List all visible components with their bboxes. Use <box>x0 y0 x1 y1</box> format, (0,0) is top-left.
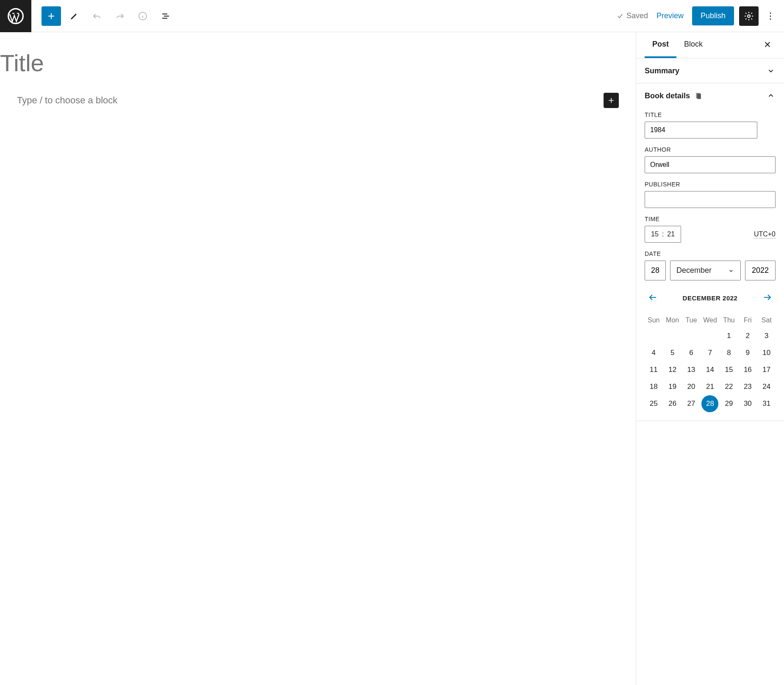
calendar-next-button[interactable] <box>760 291 774 305</box>
panel-summary: Summary <box>636 58 784 83</box>
calendar-day[interactable]: 15 <box>720 361 738 378</box>
check-icon <box>616 12 624 20</box>
calendar-day[interactable]: 6 <box>682 344 700 361</box>
calendar-day[interactable]: 28 <box>701 395 718 412</box>
calendar-month-label: DECEMBER 2022 <box>683 294 738 302</box>
publisher-input[interactable] <box>645 191 776 208</box>
calendar-weekday: Sun <box>645 313 662 327</box>
tab-block[interactable]: Block <box>676 32 710 58</box>
main-content: Type / to choose a block Post Block Summ… <box>0 32 784 685</box>
time-input[interactable]: 15 : 21 <box>645 226 681 243</box>
calendar-day[interactable]: 23 <box>739 378 756 395</box>
calendar-day[interactable]: 19 <box>663 378 681 395</box>
undo-icon <box>92 11 102 21</box>
field-time: TIME 15 : 21 UTC+0 <box>645 216 776 243</box>
field-publisher: PUBLISHER <box>645 181 776 208</box>
add-block-inline-button[interactable] <box>604 93 619 108</box>
calendar-day[interactable]: 25 <box>645 395 662 412</box>
calendar-day[interactable]: 3 <box>758 327 776 344</box>
time-hour: 15 <box>651 230 659 238</box>
outline-button[interactable] <box>156 6 175 26</box>
sidebar-tabs: Post Block <box>636 32 784 58</box>
undo-button[interactable] <box>87 6 107 26</box>
info-icon <box>138 11 148 21</box>
pencil-icon <box>69 11 79 21</box>
calendar-weekday-row: SunMonTueWedThuFriSat <box>645 313 776 327</box>
saved-status: Saved <box>616 11 648 20</box>
editor-toolbar: Saved Preview Publish <box>0 0 784 32</box>
publish-button[interactable]: Publish <box>692 6 734 25</box>
dots-vertical-icon <box>765 11 776 21</box>
panel-summary-header[interactable]: Summary <box>636 58 784 83</box>
redo-icon <box>115 11 125 21</box>
calendar-weekday: Wed <box>701 313 719 327</box>
preview-link[interactable]: Preview <box>653 11 687 20</box>
svg-rect-7 <box>697 94 701 99</box>
tab-post[interactable]: Post <box>645 32 676 58</box>
gear-icon <box>744 11 754 21</box>
calendar-day[interactable]: 22 <box>720 378 738 395</box>
calendar-grid: SunMonTueWedThuFriSat 123456789101112131… <box>645 313 776 412</box>
block-placeholder-text[interactable]: Type / to choose a block <box>17 95 604 106</box>
info-button[interactable] <box>133 6 152 26</box>
calendar-weekday: Mon <box>663 313 681 327</box>
calendar-day[interactable]: 18 <box>645 378 662 395</box>
date-year-input[interactable] <box>745 261 776 280</box>
calendar-day[interactable]: 9 <box>739 344 756 361</box>
field-author: AUTHOR <box>645 146 776 173</box>
calendar-day[interactable]: 16 <box>739 361 756 378</box>
add-block-toolbar-button[interactable] <box>42 6 61 26</box>
author-input[interactable] <box>645 156 776 173</box>
calendar-day[interactable]: 13 <box>682 361 700 378</box>
calendar-day[interactable]: 29 <box>720 395 738 412</box>
calendar-day[interactable]: 1 <box>720 327 738 344</box>
more-options-button[interactable] <box>764 6 777 26</box>
settings-button[interactable] <box>739 6 759 26</box>
calendar-day[interactable]: 31 <box>758 395 776 412</box>
calendar-day[interactable]: 21 <box>701 378 719 395</box>
date-month-select[interactable]: December <box>670 261 741 280</box>
chevron-down-icon <box>728 267 734 274</box>
calendar-day[interactable]: 11 <box>645 361 662 378</box>
timezone-label: UTC+0 <box>754 230 776 239</box>
svg-point-4 <box>770 15 771 17</box>
title-label: TITLE <box>645 111 776 118</box>
calendar-day[interactable]: 8 <box>720 344 738 361</box>
calendar-day[interactable]: 10 <box>758 344 776 361</box>
calendar-day[interactable]: 26 <box>663 395 681 412</box>
toolbar-right: Saved Preview Publish <box>616 6 784 26</box>
close-sidebar-button[interactable] <box>759 36 776 54</box>
calendar-weekday: Thu <box>720 313 738 327</box>
calendar-day[interactable]: 27 <box>682 395 700 412</box>
calendar-day[interactable]: 17 <box>758 361 776 378</box>
calendar-day[interactable]: 4 <box>645 344 662 361</box>
plus-icon <box>46 11 56 21</box>
field-title: TITLE <box>645 111 776 139</box>
calendar-day[interactable]: 20 <box>682 378 700 395</box>
calendar-day[interactable]: 30 <box>739 395 756 412</box>
redo-button[interactable] <box>110 6 130 26</box>
arrow-left-icon <box>648 292 658 302</box>
panel-book-details-title: Book details <box>645 92 690 100</box>
date-label: DATE <box>645 250 776 257</box>
calendar-day[interactable]: 5 <box>663 344 681 361</box>
edit-mode-button[interactable] <box>64 6 84 26</box>
settings-sidebar: Post Block Summary Book details <box>636 32 784 685</box>
wordpress-logo[interactable] <box>0 0 31 32</box>
calendar-prev-button[interactable] <box>646 291 660 305</box>
title-input[interactable] <box>645 122 757 139</box>
calendar-nav: DECEMBER 2022 <box>645 291 776 305</box>
publisher-label: PUBLISHER <box>645 181 776 188</box>
time-sep: : <box>662 230 664 238</box>
date-day-input[interactable] <box>645 261 666 280</box>
calendar-day[interactable]: 7 <box>701 344 719 361</box>
post-title-input[interactable] <box>0 49 636 77</box>
calendar-day[interactable]: 14 <box>701 361 719 378</box>
calendar-day[interactable]: 2 <box>739 327 756 344</box>
calendar-weekday: Tue <box>682 313 700 327</box>
panel-book-details-header[interactable]: Book details <box>636 83 784 108</box>
wordpress-icon <box>8 8 24 24</box>
calendar-day[interactable]: 24 <box>758 378 776 395</box>
author-label: AUTHOR <box>645 146 776 153</box>
calendar-day[interactable]: 12 <box>663 361 681 378</box>
